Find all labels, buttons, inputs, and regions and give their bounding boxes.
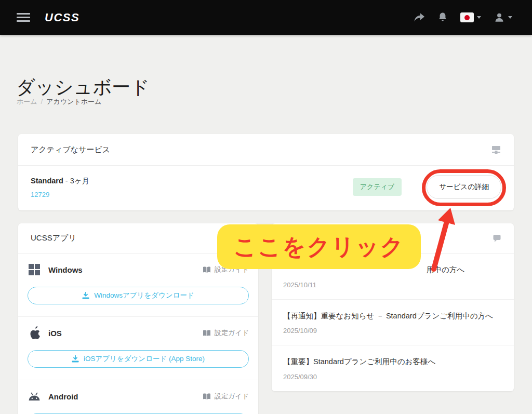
user-menu[interactable]: [494, 12, 512, 23]
chevron-down-icon: [477, 16, 481, 19]
service-row: Standard- 3ヶ月 12729 アクティブ サービスの詳細: [18, 166, 514, 210]
apps-card-title: UCSSアプリ: [31, 233, 76, 243]
windows-logo-icon: [28, 264, 41, 275]
ucss-apps-card: UCSSアプリ Windows 設定ガイド Windowsアプリをダウンロード: [18, 223, 258, 414]
announcement-date: 2025/10/11: [283, 281, 502, 289]
book-icon: [203, 266, 211, 273]
download-icon: [82, 292, 89, 299]
breadcrumb-home[interactable]: ホーム: [17, 98, 37, 105]
announcement-date: 2025/09/30: [283, 373, 502, 381]
service-name: Standard- 3ヶ月: [31, 176, 89, 186]
active-services-card: アクティブなサービス Standard- 3ヶ月 12729 アクティブ サービ…: [18, 134, 514, 210]
message-icon: [493, 234, 501, 243]
language-selector[interactable]: [460, 12, 481, 22]
windows-download-button[interactable]: Windowsアプリをダウンロード: [28, 287, 249, 304]
japan-flag-icon: [460, 12, 474, 22]
windows-app-section: Windows 設定ガイド Windowsアプリをダウンロード: [18, 253, 258, 317]
book-icon: [203, 330, 211, 337]
bell-icon[interactable]: [437, 12, 448, 23]
announcement-title[interactable]: 【再通知】重要なお知らせ － Standardプランご利用中の方へ: [283, 311, 502, 322]
user-icon: [494, 12, 505, 23]
apple-logo-icon: [28, 326, 41, 340]
android-logo-icon: [28, 392, 41, 402]
ios-setup-guide-link[interactable]: 設定ガイド: [203, 328, 249, 338]
breadcrumb-current: アカウントホーム: [46, 98, 101, 105]
platform-name: iOS: [48, 329, 62, 338]
chevron-down-icon: [508, 16, 512, 19]
announcement-title[interactable]: 【重要】Standardプランご利用中のお客様へ: [283, 357, 502, 367]
page-title: ダッシュボード: [16, 75, 150, 100]
platform-name: Android: [48, 392, 78, 401]
announcement-item[interactable]: 用中の方へ 2025/10/11: [272, 253, 514, 300]
platform-name: Windows: [48, 265, 83, 274]
menu-icon[interactable]: [17, 11, 30, 24]
ios-download-button[interactable]: iOSアプリをダウンロード (App Store): [28, 350, 249, 368]
services-widget-icon: [491, 145, 501, 154]
service-details-button[interactable]: サービスの詳細: [427, 175, 501, 199]
announcement-title[interactable]: 用中の方へ: [283, 265, 502, 275]
breadcrumb: ホーム/アカウントホーム: [17, 97, 101, 106]
download-icon: [72, 355, 79, 363]
announcement-item[interactable]: 【再通知】重要なお知らせ － Standardプランご利用中の方へ 2025/1…: [272, 300, 514, 346]
announcement-date: 2025/10/09: [283, 327, 502, 335]
share-icon[interactable]: [414, 12, 425, 23]
android-setup-guide-link[interactable]: 設定ガイド: [203, 392, 249, 401]
android-app-section: Android 設定ガイド: [18, 380, 258, 414]
service-id-link[interactable]: 12729: [31, 191, 89, 198]
active-services-title: アクティブなサービス: [31, 145, 110, 155]
announcements-card: 用中の方へ 2025/10/11 【再通知】重要なお知らせ － Standard…: [272, 223, 514, 391]
ucss-logo[interactable]: UCSS: [45, 11, 79, 24]
announcement-item[interactable]: 【重要】Standardプランご利用中のお客様へ 2025/09/30: [272, 345, 514, 391]
ios-app-section: iOS 設定ガイド iOSアプリをダウンロード (App Store): [18, 317, 258, 380]
book-icon: [203, 393, 211, 400]
status-badge: アクティブ: [353, 178, 402, 196]
top-navigation-bar: UCSS: [0, 0, 532, 35]
windows-setup-guide-link[interactable]: 設定ガイド: [203, 265, 249, 274]
